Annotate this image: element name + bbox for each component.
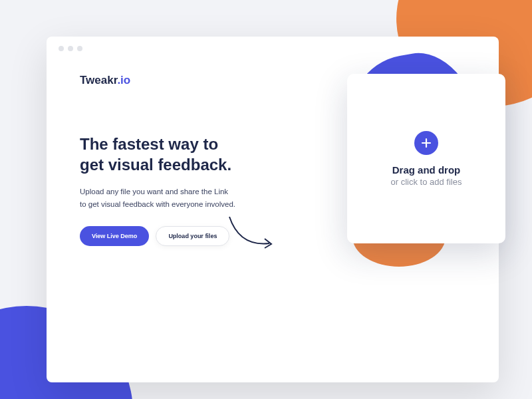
window-dot [59,46,64,51]
subtext: Upload any file you want and share the L… [80,186,279,210]
headline-line1: The fastest way to [80,135,218,153]
dropzone[interactable]: Drag and drop or click to add files [347,74,505,243]
arrow-icon [226,213,279,253]
logo[interactable]: Tweakr.io [80,74,130,87]
logo-suffix: .io [117,74,130,86]
headline: The fastest way to get visual feedback. [80,134,279,175]
dropzone-subtitle: or click to add files [391,177,462,187]
dropzone-wrapper: Drag and drop or click to add files [347,74,505,243]
subtext-line1: Upload any file you want and share the L… [80,188,228,196]
logo-prefix: Tweakr [80,74,117,86]
upload-files-button[interactable]: Upload your files [156,226,229,246]
headline-line2: get visual feedback. [80,156,231,174]
browser-window: Tweakr.io Product About Contact The fast… [47,37,499,382]
dropzone-title: Drag and drop [392,164,461,176]
plus-icon [414,131,438,155]
window-dot [77,46,82,51]
view-demo-button[interactable]: View Live Demo [80,226,149,246]
window-dot [68,46,73,51]
subtext-line2: to get visual feedback with everyone inv… [80,200,235,208]
main-content: The fastest way to get visual feedback. … [47,87,499,246]
